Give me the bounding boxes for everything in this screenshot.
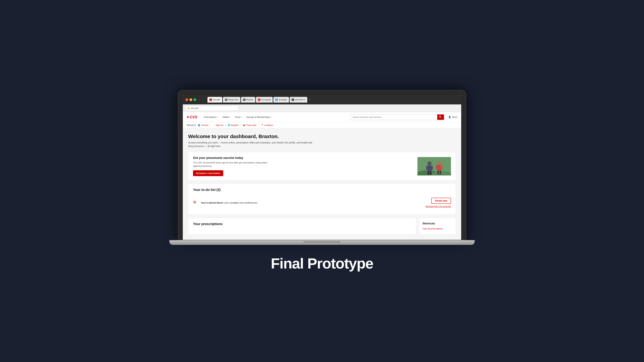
nav-health-chevron: ▾	[230, 116, 230, 118]
tab-label-please-hire: Please hire	[228, 98, 238, 101]
sign-out-label: Sign out	[216, 124, 223, 126]
nav-locations[interactable]: 📍 Locations	[261, 124, 275, 126]
bottom-text: Final Prototype	[271, 255, 373, 272]
todo-section: Your to-do list (2) ⚙ You're almost ther…	[188, 184, 456, 215]
tab-and-loves-it[interactable]: X and loves it	[290, 97, 307, 103]
todo-title: Your to-do list (2)	[193, 188, 451, 192]
dashboard-subtitle: Access everything you need — recent orde…	[188, 141, 316, 148]
store-button[interactable]: 👤 Store	[448, 116, 457, 118]
cvs-logo[interactable]: ♥ CVS	[187, 115, 197, 119]
svg-point-9	[438, 161, 441, 165]
nav-shop-label: Shop	[235, 116, 240, 118]
nav-prescriptions-label: Prescriptions	[204, 116, 216, 118]
search-bar[interactable]: 🔍	[350, 114, 444, 120]
tab-braxton[interactable]: B Braxton	[241, 97, 255, 103]
sign-out-icon: →	[213, 124, 215, 126]
account-label: Account	[201, 124, 208, 126]
cvs-logo-text: CVS	[190, 115, 197, 119]
address-bar[interactable]: 🔒 cvs.com	[185, 106, 239, 111]
nav-health[interactable]: Health ▾	[220, 112, 232, 122]
search-icon: 🔍	[439, 115, 442, 119]
nav-shop[interactable]: Shop ▾	[232, 112, 244, 122]
divider-2: |	[225, 124, 228, 126]
vaccine-image	[418, 157, 451, 175]
svg-rect-8	[430, 171, 432, 175]
laptop-notch	[304, 241, 340, 243]
tab-favicon-he-is-great: R	[258, 98, 260, 101]
traffic-light-fullscreen[interactable]	[194, 98, 196, 101]
add-tab-button[interactable]: +	[308, 98, 312, 102]
svg-rect-5	[426, 166, 428, 170]
remove-todo-link[interactable]: Remove from my to-do list	[426, 205, 451, 208]
traffic-light-minimize[interactable]	[190, 98, 192, 101]
tab-he-is-great[interactable]: R he is great	[256, 97, 273, 103]
laptop-base	[170, 240, 474, 245]
vaccine-banner: Get your pneumonia vaccine today The CDC…	[188, 152, 456, 180]
nav-savings[interactable]: Savings & Memberships ▾	[244, 112, 274, 122]
browser-chrome: ‹ › ♥ cvs.com P Please hire B B	[183, 95, 461, 104]
traffic-lights	[186, 98, 196, 101]
nav-account[interactable]: 👤 Account	[198, 124, 210, 126]
dashboard-title: Welcome to your dashboard, Braxton.	[188, 134, 456, 139]
search-input[interactable]	[351, 116, 437, 118]
view-all-prescriptions-link[interactable]: View all prescriptions	[422, 227, 452, 230]
view-all-prescriptions-label: View all prescriptions	[422, 227, 443, 230]
tab-please-hire[interactable]: P Please hire	[223, 97, 240, 103]
todo-regular-text: Let's complete your preferences.	[223, 201, 258, 204]
forward-button[interactable]: ›	[202, 97, 205, 102]
svg-rect-13	[437, 170, 439, 174]
nav-shop-chevron: ▾	[241, 116, 242, 118]
store-icon: 👤	[448, 116, 451, 118]
nav-espanol[interactable]: 🌐 Español	[228, 124, 240, 126]
locations-label: Locations	[264, 124, 273, 126]
nav-prescriptions-chevron: ▾	[217, 116, 218, 118]
nav-sign-out[interactable]: → Sign out	[213, 124, 225, 126]
store-label: Store	[452, 116, 457, 118]
svg-rect-11	[436, 165, 438, 169]
nav-track-order[interactable]: 📦 Track order	[243, 124, 258, 126]
tab-label-braxton: Braxton	[246, 98, 253, 101]
shortcuts-title: Shortcuts	[422, 222, 452, 225]
search-button[interactable]: 🔍	[437, 114, 444, 120]
browser-toolbar: 🔒 cvs.com	[183, 104, 461, 112]
back-button[interactable]: ‹	[198, 97, 201, 102]
prescriptions-title: Your prescriptions	[193, 222, 412, 226]
prescriptions-shortcuts-section: Your prescriptions Shortcuts View all pr…	[188, 218, 456, 234]
todo-item-text: You're almost there! Let's complete your…	[201, 201, 258, 204]
svg-rect-10	[437, 165, 441, 170]
laptop-shell: ‹ › ♥ cvs.com P Please hire B B	[170, 90, 474, 245]
espanol-icon: 🌐	[228, 124, 230, 126]
finish-now-button[interactable]: Finish now	[431, 198, 451, 204]
nav-health-label: Health	[222, 116, 229, 118]
svg-rect-7	[428, 171, 429, 175]
track-order-icon: 📦	[243, 124, 245, 126]
tab-label-at-design: at design	[279, 98, 287, 101]
nav-savings-label: Savings & Memberships	[246, 116, 270, 118]
browser-controls: ‹ ›	[198, 97, 206, 102]
gear-icon: ⚙	[193, 200, 198, 205]
todo-item-left: ⚙ You're almost there! Let's complete yo…	[193, 200, 258, 205]
divider-3: |	[240, 124, 243, 126]
tab-cvs[interactable]: ♥ cvs.com	[208, 97, 222, 103]
vaccine-description: The CDC recommends those age 65 and olde…	[193, 161, 274, 168]
tab-at-design[interactable]: A at design	[273, 97, 289, 103]
finish-now-label: Finish now	[435, 199, 447, 202]
track-order-label: Track order	[246, 124, 256, 126]
locations-icon: 📍	[261, 124, 264, 126]
espanol-label: Español	[231, 124, 238, 126]
account-icon: 👤	[198, 124, 200, 126]
laptop-screen: ‹ › ♥ cvs.com P Please hire B B	[178, 90, 466, 240]
prescriptions-card: Your prescriptions	[188, 218, 416, 234]
cvs-header: ♥ CVS Prescriptions ▾ Health ▾	[183, 112, 461, 122]
traffic-light-close[interactable]	[186, 98, 188, 101]
browser-window: ‹ › ♥ cvs.com P Please hire B B	[183, 95, 461, 240]
tab-label-he-is-great: he is great	[261, 98, 271, 101]
cvs-secondary-nav: Welcome! 👤 Account | → Sign out | 🌐 Espa…	[183, 122, 461, 128]
nav-prescriptions[interactable]: Prescriptions ▾	[201, 112, 220, 122]
svg-rect-14	[440, 170, 441, 174]
schedule-vaccination-button[interactable]: Schedule a vaccination	[193, 170, 223, 176]
vaccine-content: Get your pneumonia vaccine today The CDC…	[193, 156, 414, 176]
todo-strong-text: You're almost there!	[201, 201, 223, 204]
divider-4: |	[258, 124, 261, 126]
tab-label-and-loves-it: and loves it	[295, 98, 305, 101]
